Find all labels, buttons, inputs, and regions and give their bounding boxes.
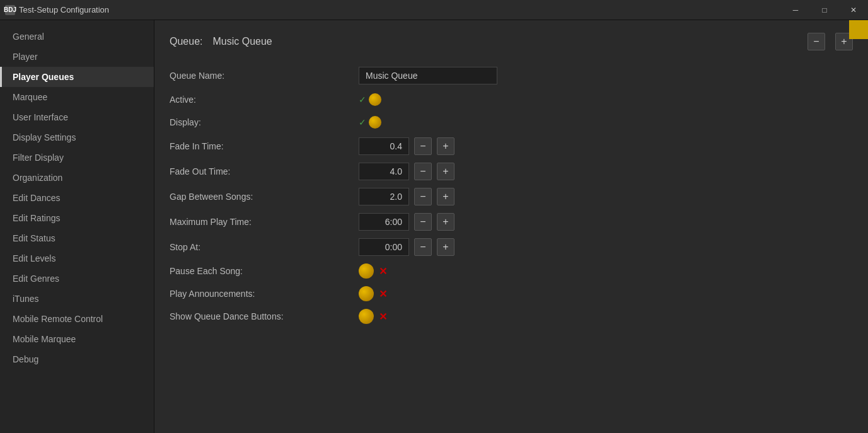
form-grid: Queue Name:Music QueueActive:✓Display:✓F… [170, 63, 853, 328]
x-button-8[interactable]: ✕ [379, 265, 387, 277]
field-value-6: 6:00−+ [359, 209, 853, 234]
field-value-4: 4.0−+ [359, 159, 853, 184]
field-value-1: ✓ [359, 89, 853, 110]
sidebar-item-itunes[interactable]: iTunes [0, 289, 154, 309]
minimize-button[interactable]: ─ [781, 0, 810, 20]
title-bar: BDJ Test-Setup Configuration ─ □ ✕ [0, 0, 868, 20]
sidebar-item-user-interface[interactable]: User Interface [0, 107, 154, 127]
sidebar-item-organization[interactable]: Organization [0, 168, 154, 188]
field-label-2: Display: [170, 111, 359, 134]
sidebar-item-general[interactable]: General [0, 26, 154, 47]
x-button-10[interactable]: ✕ [379, 311, 387, 323]
field-label-4: Fade Out Time: [170, 160, 359, 183]
dot-9[interactable] [359, 286, 374, 301]
stepper-minus-7[interactable]: − [414, 238, 432, 256]
sidebar-item-display-settings[interactable]: Display Settings [0, 127, 154, 147]
stepper-minus-3[interactable]: − [414, 137, 432, 155]
queue-header: Queue: Music Queue − + [170, 33, 853, 50]
stepper-minus-5[interactable]: − [414, 188, 432, 205]
accent-decoration [849, 20, 868, 39]
dot-10[interactable] [359, 309, 374, 324]
field-label-10: Show Queue Dance Buttons: [170, 305, 359, 328]
queue-name-input[interactable]: Music Queue [359, 67, 497, 84]
window-controls: ─ □ ✕ [781, 0, 868, 20]
field-label-5: Gap Between Songs: [170, 185, 359, 208]
app-body: GeneralPlayerPlayer QueuesMarqueeUser In… [0, 20, 868, 433]
sidebar-item-mobile-remote-control[interactable]: Mobile Remote Control [0, 309, 154, 329]
queue-section-label: Queue: [170, 36, 202, 47]
check-icon-1[interactable]: ✓ [359, 95, 366, 105]
field-value-9: ✕ [359, 282, 853, 305]
stepper-minus-4[interactable]: − [414, 163, 432, 180]
stepper-plus-4[interactable]: + [437, 163, 454, 180]
field-label-8: Pause Each Song: [170, 260, 359, 282]
field-label-0: Queue Name: [170, 64, 359, 87]
sidebar-item-mobile-marquee[interactable]: Mobile Marquee [0, 329, 154, 349]
toggle-dot-2[interactable] [369, 116, 381, 129]
x-button-9[interactable]: ✕ [379, 288, 387, 300]
sidebar-item-player-queues[interactable]: Player Queues [0, 67, 154, 87]
stepper-plus-6[interactable]: + [437, 213, 454, 231]
sidebar-item-edit-ratings[interactable]: Edit Ratings [0, 208, 154, 228]
sidebar-item-edit-status[interactable]: Edit Status [0, 228, 154, 248]
app-icon: BDJ [5, 5, 15, 15]
field-value-8: ✕ [359, 260, 853, 282]
window-title: Test-Setup Configuration [19, 5, 109, 14]
main-content: Queue: Music Queue − + Queue Name:Music … [154, 20, 868, 433]
number-display-6: 6:00 [359, 213, 409, 231]
field-label-9: Play Announcements: [170, 282, 359, 305]
queue-minus-button[interactable]: − [807, 33, 825, 50]
stepper-minus-6[interactable]: − [414, 213, 432, 231]
toggle-dot-1[interactable] [369, 93, 381, 106]
sidebar-item-edit-levels[interactable]: Edit Levels [0, 248, 154, 268]
queue-name-display: Music Queue [212, 36, 797, 47]
field-label-7: Stop At: [170, 236, 359, 258]
field-label-6: Maximum Play Time: [170, 211, 359, 233]
field-value-7: 0:00−+ [359, 234, 853, 260]
sidebar-item-filter-display[interactable]: Filter Display [0, 147, 154, 168]
sidebar-item-debug[interactable]: Debug [0, 349, 154, 369]
number-display-5: 2.0 [359, 188, 409, 205]
number-display-4: 4.0 [359, 163, 409, 180]
sidebar-item-marquee[interactable]: Marquee [0, 87, 154, 107]
stepper-plus-5[interactable]: + [437, 188, 454, 205]
toggle-group-2: ✓ [359, 116, 381, 129]
dot-8[interactable] [359, 263, 374, 279]
sidebar-item-edit-genres[interactable]: Edit Genres [0, 268, 154, 289]
field-label-3: Fade In Time: [170, 135, 359, 158]
sidebar: GeneralPlayerPlayer QueuesMarqueeUser In… [0, 20, 154, 433]
number-display-3: 0.4 [359, 137, 409, 155]
stepper-plus-7[interactable]: + [437, 238, 454, 256]
field-label-1: Active: [170, 88, 359, 111]
toggle-group-1: ✓ [359, 93, 381, 106]
sidebar-item-edit-dances[interactable]: Edit Dances [0, 188, 154, 208]
stepper-plus-3[interactable]: + [437, 137, 454, 155]
check-icon-2[interactable]: ✓ [359, 117, 366, 127]
sidebar-item-player[interactable]: Player [0, 47, 154, 67]
maximize-button[interactable]: □ [810, 0, 839, 20]
field-value-5: 2.0−+ [359, 184, 853, 209]
field-value-0: Music Queue [359, 63, 853, 88]
number-display-7: 0:00 [359, 238, 409, 256]
field-value-2: ✓ [359, 112, 853, 132]
field-value-3: 0.4−+ [359, 134, 853, 159]
field-value-10: ✕ [359, 305, 853, 328]
close-button[interactable]: ✕ [839, 0, 868, 20]
